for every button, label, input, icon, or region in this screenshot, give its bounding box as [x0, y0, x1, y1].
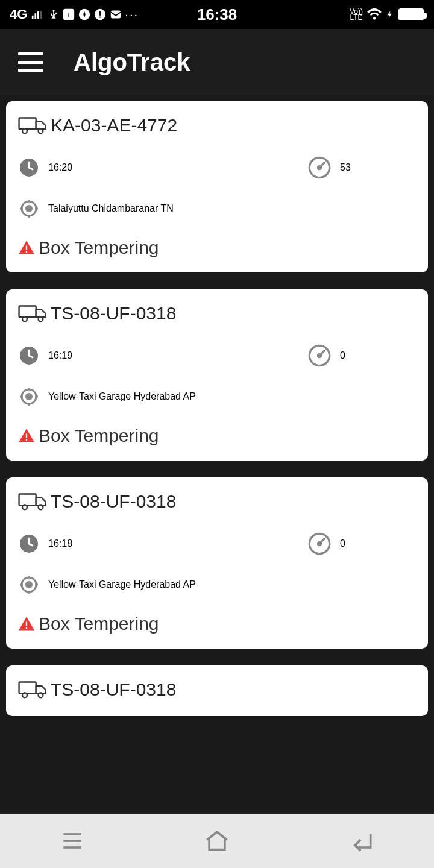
system-nav-bar: [0, 814, 434, 868]
speed-block: 0: [307, 344, 416, 368]
svg-point-43: [39, 693, 43, 697]
location-row: Yellow-Taxi Garage Hyderabad AP: [18, 574, 416, 596]
svg-point-33: [39, 505, 43, 509]
app-icon: t: [62, 8, 75, 21]
svg-rect-30: [26, 439, 27, 441]
gauge-icon: [307, 344, 332, 368]
time-block: 16:20: [18, 157, 307, 178]
vehicle-alert: Box Tempering: [39, 426, 159, 446]
svg-point-23: [39, 316, 43, 321]
svg-rect-11: [19, 118, 36, 130]
app-title: AlgoTrack: [74, 49, 190, 76]
back-button[interactable]: [344, 823, 380, 859]
warning-icon: [18, 615, 35, 632]
vehicle-card[interactable]: KA-03-AE-4772 16:20 53 Talaiyuttu Chidam…: [6, 101, 428, 272]
vehicle-plate: TS-08-UF-0318: [51, 303, 176, 324]
vehicle-time: 16:18: [48, 538, 72, 549]
vehicle-time: 16:20: [48, 162, 72, 173]
truck-icon: [18, 113, 48, 137]
status-right: Vo)) LTE: [350, 7, 424, 22]
app-bar: AlgoTrack: [0, 29, 434, 95]
vehicle-header: TS-08-UF-0318: [18, 489, 416, 514]
vehicle-header: KA-03-AE-4772: [18, 113, 416, 137]
vehicle-card[interactable]: TS-08-UF-0318 16:19 0 Yellow-Taxi Garage…: [6, 289, 428, 461]
gauge-icon: [307, 532, 332, 556]
svg-rect-41: [19, 682, 36, 694]
wifi-icon: [366, 7, 382, 22]
vehicle-card[interactable]: TS-08-UF-0318 16:18 0 Yellow-Taxi Garage…: [6, 477, 428, 649]
location-row: Talaiyuttu Chidambaranar TN: [18, 198, 416, 219]
svg-rect-21: [19, 306, 36, 318]
warning-icon: [18, 427, 35, 444]
vehicle-header: TS-08-UF-0318: [18, 301, 416, 326]
vehicle-alert: Box Tempering: [39, 614, 159, 634]
svg-point-36: [318, 542, 321, 546]
home-button[interactable]: [199, 823, 235, 859]
svg-point-18: [27, 206, 32, 212]
speed-block: 53: [307, 156, 416, 180]
svg-rect-31: [19, 494, 36, 506]
svg-point-13: [39, 128, 43, 133]
vehicle-header: TS-08-UF-0318: [18, 678, 416, 702]
charging-icon: [386, 8, 394, 21]
truck-icon: [18, 489, 48, 514]
menu-button[interactable]: [18, 52, 43, 72]
svg-point-22: [22, 316, 27, 321]
warning-icon: [18, 239, 35, 256]
location-row: Yellow-Taxi Garage Hyderabad AP: [18, 386, 416, 407]
time-block: 16:19: [18, 345, 307, 366]
svg-rect-1: [35, 13, 37, 19]
truck-icon: [18, 678, 48, 702]
svg-rect-10: [111, 11, 121, 19]
mail-icon: [109, 8, 122, 21]
vehicle-list: KA-03-AE-4772 16:20 53 Talaiyuttu Chidam…: [0, 95, 434, 814]
vehicle-speed: 0: [340, 538, 345, 549]
gauge-icon: [307, 156, 332, 180]
svg-point-38: [27, 582, 32, 588]
speed-block: 0: [307, 532, 416, 556]
svg-point-28: [27, 394, 32, 400]
vehicle-speed: 53: [340, 162, 351, 173]
vehicle-time: 16:19: [48, 350, 72, 361]
clock-icon: [18, 157, 40, 178]
vehicle-location: Yellow-Taxi Garage Hyderabad AP: [48, 579, 196, 590]
svg-rect-40: [26, 627, 27, 629]
usb-icon: [48, 8, 60, 20]
svg-point-42: [22, 693, 27, 697]
battery-icon: [398, 8, 424, 20]
svg-rect-9: [99, 17, 101, 18]
svg-text:t: t: [68, 11, 70, 19]
location-icon: [18, 198, 40, 219]
svg-point-26: [318, 354, 321, 357]
alert-row: Box Tempering: [18, 614, 416, 634]
vehicle-location: Yellow-Taxi Garage Hyderabad AP: [48, 391, 196, 402]
vehicle-plate: TS-08-UF-0318: [51, 679, 176, 700]
time-block: 16:18: [18, 533, 307, 555]
status-time: 16:38: [197, 5, 237, 24]
clock-icon: [18, 345, 40, 366]
svg-rect-29: [26, 434, 27, 438]
network-type: 4G: [10, 7, 27, 22]
more-icon: ···: [125, 8, 139, 22]
location-icon: [18, 574, 40, 596]
recent-apps-button[interactable]: [54, 823, 90, 859]
svg-rect-19: [26, 246, 27, 250]
vehicle-location: Talaiyuttu Chidambaranar TN: [48, 203, 174, 214]
alert-row: Box Tempering: [18, 237, 416, 258]
svg-rect-8: [99, 11, 101, 16]
vehicle-plate: KA-03-AE-4772: [51, 115, 177, 136]
vehicle-alert: Box Tempering: [39, 237, 159, 258]
clock-icon: [18, 533, 40, 555]
svg-point-12: [22, 128, 27, 133]
svg-rect-39: [26, 622, 27, 626]
svg-rect-2: [37, 11, 39, 19]
alert-icon: [93, 8, 107, 21]
svg-point-32: [22, 505, 27, 509]
svg-rect-3: [40, 11, 42, 19]
volte-icon: Vo)) LTE: [350, 8, 363, 20]
status-left: 4G t ···: [10, 7, 139, 22]
svg-rect-20: [26, 251, 27, 253]
location-icon: [18, 386, 40, 407]
compass-icon: [78, 8, 91, 21]
vehicle-card[interactable]: TS-08-UF-0318: [6, 665, 428, 716]
